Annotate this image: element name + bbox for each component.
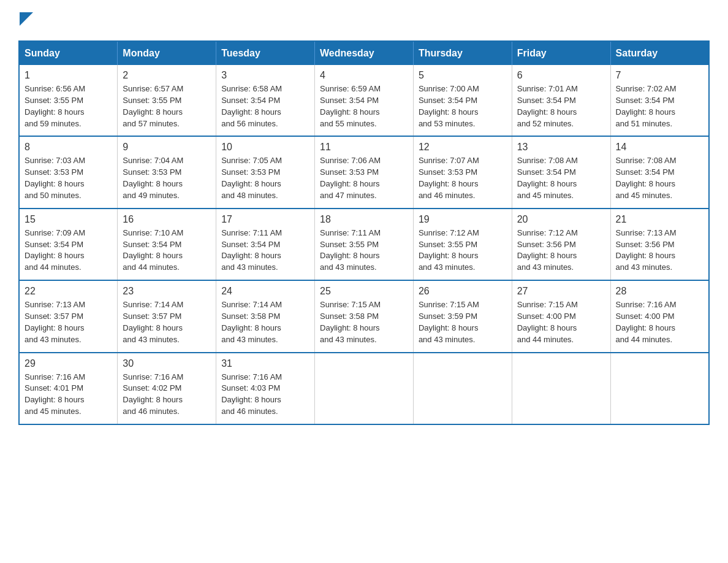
calendar-cell: 12 Sunrise: 7:07 AMSunset: 3:53 PMDaylig… <box>413 136 512 208</box>
day-info: Sunrise: 7:12 AMSunset: 3:56 PMDaylight:… <box>517 228 605 274</box>
day-number: 13 <box>517 142 605 153</box>
day-number: 12 <box>419 142 507 153</box>
calendar-cell: 25 Sunrise: 7:15 AMSunset: 3:58 PMDaylig… <box>315 280 414 352</box>
day-info: Sunrise: 7:11 AMSunset: 3:54 PMDaylight:… <box>221 228 309 274</box>
day-info: Sunrise: 6:57 AMSunset: 3:55 PMDaylight:… <box>123 83 211 129</box>
calendar-cell: 26 Sunrise: 7:15 AMSunset: 3:59 PMDaylig… <box>413 280 512 352</box>
day-number: 30 <box>123 358 211 369</box>
day-info: Sunrise: 6:56 AMSunset: 3:55 PMDaylight:… <box>25 83 112 129</box>
day-info: Sunrise: 7:14 AMSunset: 3:57 PMDaylight:… <box>123 299 211 345</box>
day-info: Sunrise: 7:15 AMSunset: 3:58 PMDaylight:… <box>320 299 408 345</box>
calendar-cell: 28 Sunrise: 7:16 AMSunset: 4:00 PMDaylig… <box>610 280 709 352</box>
svg-marker-0 <box>20 12 33 26</box>
calendar-cell: 3 Sunrise: 6:58 AMSunset: 3:54 PMDayligh… <box>216 65 315 136</box>
day-info: Sunrise: 7:03 AMSunset: 3:53 PMDaylight:… <box>25 155 112 201</box>
calendar-cell: 6 Sunrise: 7:01 AMSunset: 3:54 PMDayligh… <box>512 65 610 136</box>
day-info: Sunrise: 7:15 AMSunset: 3:59 PMDaylight:… <box>419 299 507 345</box>
day-info: Sunrise: 7:08 AMSunset: 3:54 PMDaylight:… <box>517 155 605 201</box>
calendar-cell <box>610 353 709 424</box>
day-number: 28 <box>616 286 703 297</box>
calendar-week-5: 29 Sunrise: 7:16 AMSunset: 4:01 PMDaylig… <box>19 353 709 424</box>
calendar-cell: 17 Sunrise: 7:11 AMSunset: 3:54 PMDaylig… <box>216 209 315 280</box>
calendar-week-4: 22 Sunrise: 7:13 AMSunset: 3:57 PMDaylig… <box>19 280 709 352</box>
calendar-cell: 5 Sunrise: 7:00 AMSunset: 3:54 PMDayligh… <box>413 65 512 136</box>
calendar-week-2: 8 Sunrise: 7:03 AMSunset: 3:53 PMDayligh… <box>19 136 709 208</box>
day-number: 20 <box>517 214 605 225</box>
calendar-cell: 10 Sunrise: 7:05 AMSunset: 3:53 PMDaylig… <box>216 136 315 208</box>
day-number: 9 <box>123 142 211 153</box>
calendar-table: SundayMondayTuesdayWednesdayThursdayFrid… <box>18 40 710 425</box>
calendar-cell: 31 Sunrise: 7:16 AMSunset: 4:03 PMDaylig… <box>216 353 315 424</box>
calendar-cell: 7 Sunrise: 7:02 AMSunset: 3:54 PMDayligh… <box>610 65 709 136</box>
day-info: Sunrise: 7:05 AMSunset: 3:53 PMDaylight:… <box>221 155 309 201</box>
calendar-cell <box>512 353 610 424</box>
day-number: 24 <box>221 286 309 297</box>
calendar-cell: 14 Sunrise: 7:08 AMSunset: 3:54 PMDaylig… <box>610 136 709 208</box>
day-number: 5 <box>419 70 507 81</box>
day-number: 7 <box>616 70 703 81</box>
day-number: 26 <box>419 286 507 297</box>
day-number: 11 <box>320 142 408 153</box>
day-info: Sunrise: 7:12 AMSunset: 3:55 PMDaylight:… <box>419 228 507 274</box>
header-monday: Monday <box>118 41 216 65</box>
calendar-cell: 21 Sunrise: 7:13 AMSunset: 3:56 PMDaylig… <box>610 209 709 280</box>
day-number: 2 <box>123 70 211 81</box>
day-info: Sunrise: 6:58 AMSunset: 3:54 PMDaylight:… <box>221 83 309 129</box>
calendar-cell: 13 Sunrise: 7:08 AMSunset: 3:54 PMDaylig… <box>512 136 610 208</box>
day-number: 31 <box>221 358 309 369</box>
day-info: Sunrise: 7:16 AMSunset: 4:01 PMDaylight:… <box>25 372 112 418</box>
calendar-week-1: 1 Sunrise: 6:56 AMSunset: 3:55 PMDayligh… <box>19 65 709 136</box>
calendar-cell: 18 Sunrise: 7:11 AMSunset: 3:55 PMDaylig… <box>315 209 414 280</box>
day-number: 22 <box>25 286 112 297</box>
header-sunday: Sunday <box>19 41 118 65</box>
header-thursday: Thursday <box>413 41 512 65</box>
calendar-cell <box>413 353 512 424</box>
day-info: Sunrise: 6:59 AMSunset: 3:54 PMDaylight:… <box>320 83 408 129</box>
day-number: 19 <box>419 214 507 225</box>
day-info: Sunrise: 7:09 AMSunset: 3:54 PMDaylight:… <box>25 228 112 274</box>
day-number: 3 <box>221 70 309 81</box>
day-number: 8 <box>25 142 112 153</box>
header-tuesday: Tuesday <box>216 41 315 65</box>
day-info: Sunrise: 7:16 AMSunset: 4:00 PMDaylight:… <box>616 299 703 345</box>
header-saturday: Saturday <box>610 41 709 65</box>
calendar-header-row: SundayMondayTuesdayWednesdayThursdayFrid… <box>19 41 709 65</box>
header-wednesday: Wednesday <box>315 41 414 65</box>
logo-triangle-icon <box>20 12 33 26</box>
calendar-cell: 15 Sunrise: 7:09 AMSunset: 3:54 PMDaylig… <box>19 209 118 280</box>
calendar-cell: 30 Sunrise: 7:16 AMSunset: 4:02 PMDaylig… <box>118 353 216 424</box>
calendar-cell: 11 Sunrise: 7:06 AMSunset: 3:53 PMDaylig… <box>315 136 414 208</box>
calendar-cell: 4 Sunrise: 6:59 AMSunset: 3:54 PMDayligh… <box>315 65 414 136</box>
day-info: Sunrise: 7:06 AMSunset: 3:53 PMDaylight:… <box>320 155 408 201</box>
day-number: 25 <box>320 286 408 297</box>
calendar-cell: 23 Sunrise: 7:14 AMSunset: 3:57 PMDaylig… <box>118 280 216 352</box>
calendar-cell: 16 Sunrise: 7:10 AMSunset: 3:54 PMDaylig… <box>118 209 216 280</box>
calendar-cell: 19 Sunrise: 7:12 AMSunset: 3:55 PMDaylig… <box>413 209 512 280</box>
day-info: Sunrise: 7:16 AMSunset: 4:03 PMDaylight:… <box>221 372 309 418</box>
day-number: 17 <box>221 214 309 225</box>
calendar-cell: 8 Sunrise: 7:03 AMSunset: 3:53 PMDayligh… <box>19 136 118 208</box>
day-number: 1 <box>25 70 112 81</box>
day-info: Sunrise: 7:08 AMSunset: 3:54 PMDaylight:… <box>616 155 703 201</box>
day-number: 21 <box>616 214 703 225</box>
calendar-cell: 29 Sunrise: 7:16 AMSunset: 4:01 PMDaylig… <box>19 353 118 424</box>
header-friday: Friday <box>512 41 610 65</box>
day-info: Sunrise: 7:13 AMSunset: 3:57 PMDaylight:… <box>25 299 112 345</box>
day-info: Sunrise: 7:07 AMSunset: 3:53 PMDaylight:… <box>419 155 507 201</box>
calendar-cell: 22 Sunrise: 7:13 AMSunset: 3:57 PMDaylig… <box>19 280 118 352</box>
day-info: Sunrise: 7:16 AMSunset: 4:02 PMDaylight:… <box>123 372 211 418</box>
page-header <box>18 12 710 28</box>
day-number: 14 <box>616 142 703 153</box>
day-info: Sunrise: 7:14 AMSunset: 3:58 PMDaylight:… <box>221 299 309 345</box>
calendar-cell <box>315 353 414 424</box>
day-number: 23 <box>123 286 211 297</box>
day-number: 15 <box>25 214 112 225</box>
day-number: 10 <box>221 142 309 153</box>
calendar-cell: 27 Sunrise: 7:15 AMSunset: 4:00 PMDaylig… <box>512 280 610 352</box>
day-info: Sunrise: 7:10 AMSunset: 3:54 PMDaylight:… <box>123 228 211 274</box>
day-number: 6 <box>517 70 605 81</box>
calendar-cell: 20 Sunrise: 7:12 AMSunset: 3:56 PMDaylig… <box>512 209 610 280</box>
day-info: Sunrise: 7:13 AMSunset: 3:56 PMDaylight:… <box>616 228 703 274</box>
day-info: Sunrise: 7:00 AMSunset: 3:54 PMDaylight:… <box>419 83 507 129</box>
calendar-week-3: 15 Sunrise: 7:09 AMSunset: 3:54 PMDaylig… <box>19 209 709 280</box>
